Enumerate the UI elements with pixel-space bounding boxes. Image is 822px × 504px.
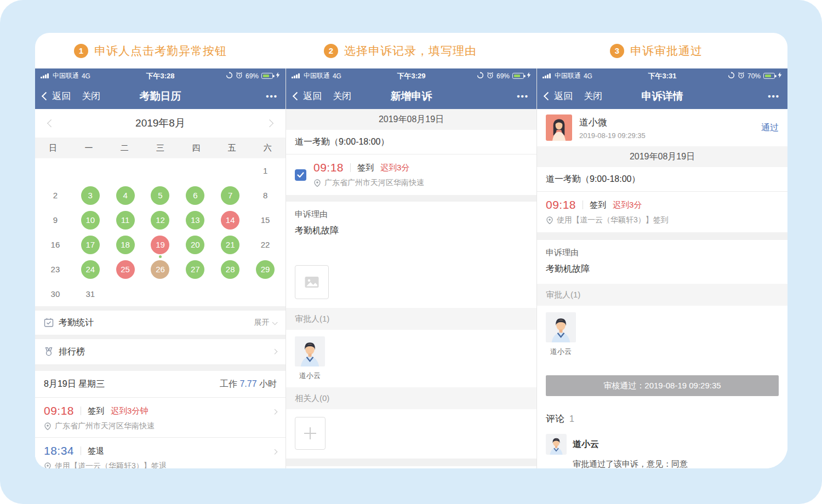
calendar-day[interactable]: 22	[256, 236, 275, 254]
approver-item[interactable]: 道小云	[295, 336, 325, 381]
calendar-day[interactable]: 3	[81, 186, 100, 205]
calendar-cell: 30	[38, 282, 73, 306]
calendar-day[interactable]: 19	[151, 236, 169, 254]
network-label: 4G	[333, 72, 341, 80]
phone-new-appeal-screen: 中国联通 4G 下午3:29 69% 返回	[286, 68, 536, 468]
chevron-right-icon	[272, 349, 277, 354]
calendar-day[interactable]: 5	[151, 186, 169, 205]
calendar-day[interactable]: 10	[81, 211, 100, 230]
nav-bar: 返回 关闭 新增申诉 •••	[286, 83, 536, 109]
add-related-person-button[interactable]	[295, 417, 326, 450]
step-label: 申诉人点击考勤异常按钮	[94, 43, 227, 59]
calendar-cell: 17	[73, 232, 108, 257]
calendar-day[interactable]: 11	[116, 211, 135, 230]
calendar-day[interactable]: 21	[221, 236, 239, 254]
work-hours-unit: 小时	[259, 379, 277, 388]
prev-month-button[interactable]	[47, 119, 55, 127]
weekday-label: 三	[142, 143, 178, 153]
calendar-month-label: 2019年8月	[135, 116, 185, 130]
work-hours-value: 7.77	[239, 379, 256, 388]
status-bar: 中国联通 4G 下午3:31 70%	[537, 68, 787, 83]
close-button[interactable]: 关闭	[333, 90, 351, 102]
attendance-records: 09:18签到迟到3分钟广东省广州市天河区华南快速18:34签退使用【道一云（华…	[35, 398, 286, 468]
calendar-day[interactable]: 27	[186, 260, 204, 279]
calendar-day[interactable]: 23	[46, 260, 65, 279]
battery-percent: 69%	[246, 72, 259, 80]
attendance-record-row[interactable]: 09:18签到迟到3分钟广东省广州市天河区华南快速	[35, 398, 286, 437]
status-bar: 中国联通 4G 下午3:28 69%	[35, 68, 286, 83]
battery-icon	[261, 73, 273, 79]
calendar-day[interactable]: 8	[256, 186, 275, 205]
date-header: 2019年08月19日	[286, 109, 536, 130]
record-location: 使用【道一云（华颖轩3）】签到	[546, 215, 779, 226]
calendar-day[interactable]: 18	[116, 236, 135, 254]
status-bar: 中国联通 4G 下午3:29 69%	[286, 68, 536, 83]
back-button[interactable]: 返回	[294, 90, 322, 102]
calendar-day[interactable]: 17	[81, 236, 100, 254]
calendar-day[interactable]: 12	[151, 211, 169, 230]
status-left: 中国联通 4G	[543, 71, 592, 81]
weekday-label: 一	[71, 143, 106, 153]
ranking-row[interactable]: 排行榜	[35, 339, 286, 364]
alarm-icon	[487, 72, 494, 81]
calendar-day[interactable]: 16	[46, 236, 65, 254]
related-section-header: 相关人(0)	[286, 387, 536, 409]
more-button[interactable]: •••	[266, 91, 278, 101]
calendar-day[interactable]: 29	[256, 260, 275, 279]
calendar-day[interactable]: 24	[81, 260, 100, 279]
back-button[interactable]: 返回	[545, 90, 573, 102]
calendar-day[interactable]: 9	[46, 211, 65, 230]
record-top: 18:34签退	[44, 444, 277, 457]
calendar-cell: 18	[108, 232, 143, 257]
calendar-day[interactable]: 26	[151, 260, 169, 279]
approver-item[interactable]: 道小云	[546, 312, 576, 357]
calendar-day[interactable]: 20	[186, 236, 204, 254]
close-button[interactable]: 关闭	[82, 90, 100, 102]
background-frame: 1申诉人点击考勤异常按钮2选择申诉记录，填写理由3申诉审批通过 中国联通 4G …	[0, 0, 822, 504]
attendance-stats-row[interactable]: 考勤统计 展开	[35, 311, 286, 335]
calendar-day[interactable]: 4	[116, 186, 135, 205]
calendar-day[interactable]: 14	[221, 211, 239, 230]
medal-icon	[44, 347, 54, 357]
chevron-right-icon	[273, 446, 277, 456]
signal-icon	[41, 73, 49, 79]
back-button[interactable]: 返回	[43, 90, 71, 102]
calendar-day[interactable]: 2	[46, 186, 65, 205]
appeal-record-row[interactable]: 09:18 签到 迟到3分 广东省广州市天河区华南快速	[286, 154, 536, 195]
shift-label: 道一考勤（9:00-18:00）	[537, 167, 787, 191]
network-label: 4G	[82, 72, 90, 80]
orientation-lock-icon	[728, 72, 735, 81]
location-pin-icon	[44, 422, 52, 430]
record-checkbox[interactable]	[295, 169, 306, 181]
attendance-record-row[interactable]: 18:34签退使用【道一云（华颖轩3）】签退	[35, 438, 286, 468]
calendar-cell: 10	[73, 208, 108, 232]
expand-label: 展开	[254, 318, 270, 328]
calendar-day[interactable]: 13	[186, 211, 204, 230]
calendar-day[interactable]: 30	[46, 285, 65, 303]
back-label: 返回	[52, 90, 71, 102]
attachment-image-button[interactable]	[295, 265, 329, 299]
calendar-day[interactable]: 6	[186, 186, 204, 205]
calendar-content: 2019年8月 日一二三四五六 123456789101112131415161…	[35, 109, 286, 468]
calendar-cell: 22	[248, 232, 283, 257]
orientation-lock-icon	[226, 72, 233, 81]
approval-result-banner: 审核通过：2019-08-19 09:29:35	[546, 375, 779, 396]
avatar	[546, 312, 576, 342]
applicant-time: 2019-08-19 09:29:35	[579, 131, 646, 140]
calendar-day[interactable]: 15	[256, 211, 275, 230]
calendar-day[interactable]: 28	[221, 260, 239, 279]
content-panel: 1申诉人点击考勤异常按钮2选择申诉记录，填写理由3申诉审批通过 中国联通 4G …	[35, 33, 787, 468]
more-button[interactable]: •••	[517, 91, 529, 101]
calendar-cell: 23	[38, 257, 73, 282]
close-button[interactable]: 关闭	[584, 90, 602, 102]
back-chevron-icon	[544, 92, 552, 101]
more-button[interactable]: •••	[768, 91, 780, 101]
next-month-button[interactable]	[266, 119, 273, 127]
record-separator	[583, 201, 583, 209]
calendar-day[interactable]: 7	[221, 186, 239, 205]
calendar-day[interactable]: 1	[256, 162, 275, 180]
calendar-cell: 11	[108, 208, 143, 232]
calendar-day[interactable]: 25	[116, 260, 135, 279]
calendar-day[interactable]: 31	[81, 285, 100, 303]
back-label: 返回	[554, 90, 573, 102]
